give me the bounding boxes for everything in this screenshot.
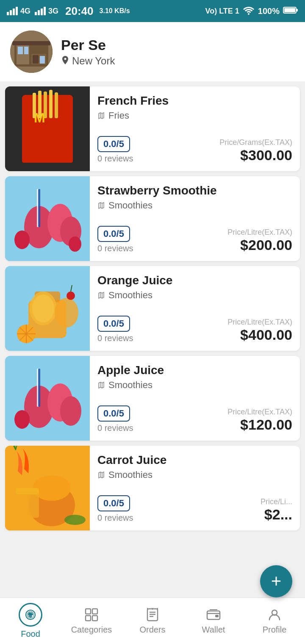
menu-item-name-4: Apple Juice [97, 364, 292, 377]
carrier-name: Vo) LTE 1 [205, 7, 239, 16]
category-text-2: Smoothies [108, 200, 152, 211]
restaurant-info: Per Se New York [61, 37, 115, 67]
menu-item-image-4 [5, 356, 90, 441]
status-right: Vo) LTE 1 100% [205, 6, 299, 17]
restaurant-city: New York [72, 55, 115, 67]
reviews-count-4: 0 reviews [97, 423, 133, 433]
rating-badge-3: 0.0/5 [97, 316, 130, 332]
svg-point-51 [60, 396, 81, 426]
menu-item-body-3: Orange Juice Smoothies 0.0/5 0 reviews P… [90, 266, 300, 351]
battery-icon [283, 6, 298, 17]
price-block-1: Price/Grams(Ex.TAX) $300.00 [219, 138, 292, 164]
wifi-icon [243, 6, 255, 17]
price-block-3: Price/Litre(Ex.TAX) $400.00 [227, 318, 292, 343]
price-block-5: Price/Li... $2... [261, 497, 292, 523]
svg-rect-10 [33, 55, 39, 64]
menu-item-footer-4: 0.0/5 0 reviews Price/Litre(Ex.TAX) $120… [97, 405, 292, 433]
signal-bars-3g [35, 7, 46, 15]
restaurant-location: New York [61, 55, 115, 67]
menu-item-category-2: Smoothies [97, 200, 292, 211]
bottom-navigation: Food Categories Orders Wa [0, 597, 305, 644]
rating-block-4: 0.0/5 0 reviews [97, 405, 133, 433]
data-speed: 3.10 KB/s [100, 7, 130, 15]
menu-item-image-1: M [5, 86, 90, 171]
nav-item-wallet[interactable]: Wallet [183, 598, 244, 644]
menu-item-2[interactable]: Strawberry Smoothie Smoothies 0.0/5 0 re… [5, 176, 300, 261]
nav-item-orders[interactable]: Orders [122, 598, 183, 644]
price-value-5: $2... [261, 506, 292, 523]
restaurant-name: Per Se [61, 37, 115, 53]
nav-item-food[interactable]: Food [0, 598, 61, 644]
price-value-1: $300.00 [219, 147, 292, 164]
menu-item-5[interactable]: Carrot Juice Smoothies 0.0/5 0 reviews P… [5, 446, 300, 530]
menu-list: M French Fries Fries 0.0/5 [0, 81, 305, 536]
menu-item-4[interactable]: Apple Juice Smoothies 0.0/5 0 reviews Pr… [5, 356, 300, 441]
svg-rect-1 [284, 8, 295, 12]
rating-badge-2: 0.0/5 [97, 226, 130, 242]
svg-point-54 [14, 410, 30, 429]
status-left: 4G 3G 20:40 3.10 KB/s [7, 5, 130, 18]
menu-item-footer-1: 0.0/5 0 reviews Price/Grams(Ex.TAX) $300… [97, 136, 292, 164]
menu-item-footer-5: 0.0/5 0 reviews Price/Li... $2... [97, 495, 292, 523]
rating-badge-1: 0.0/5 [97, 136, 130, 152]
svg-rect-16 [38, 91, 42, 118]
svg-rect-9 [24, 47, 28, 54]
status-bar: 4G 3G 20:40 3.10 KB/s Vo) LTE 1 100% [0, 0, 305, 22]
network-type-4g: 4G [20, 7, 30, 16]
time-display: 20:40 [65, 5, 94, 18]
svg-point-30 [69, 236, 81, 252]
menu-item-footer-3: 0.0/5 0 reviews Price/Litre(Ex.TAX) $400… [97, 316, 292, 343]
svg-rect-2 [296, 9, 298, 11]
reviews-count-2: 0 reviews [97, 244, 133, 253]
nav-item-categories[interactable]: Categories [61, 598, 122, 644]
menu-item-body-5: Carrot Juice Smoothies 0.0/5 0 reviews P… [90, 446, 300, 530]
menu-item-name-1: French Fries [97, 94, 292, 108]
svg-point-38 [55, 298, 78, 328]
plus-icon: + [271, 571, 282, 591]
svg-rect-28 [38, 189, 40, 227]
svg-rect-20 [22, 133, 73, 163]
menu-item-category-3: Smoothies [97, 290, 292, 301]
rating-block-3: 0.0/5 0 reviews [97, 316, 133, 343]
price-value-4: $120.00 [227, 416, 292, 433]
svg-rect-74 [86, 616, 91, 621]
rating-badge-5: 0.0/5 [97, 495, 130, 511]
svg-point-29 [14, 230, 30, 249]
network-type-3g: 3G [48, 7, 58, 16]
signal-bars-4g [7, 7, 18, 15]
svg-rect-84 [215, 615, 219, 617]
menu-item-category-4: Smoothies [97, 380, 292, 391]
orders-nav-label: Orders [139, 625, 165, 635]
rating-block-2: 0.0/5 0 reviews [97, 226, 133, 253]
category-text-3: Smoothies [108, 290, 152, 301]
category-text-1: Fries [108, 110, 129, 121]
menu-item-name-3: Orange Juice [97, 274, 292, 287]
menu-item-3[interactable]: Orange Juice Smoothies 0.0/5 0 reviews P… [5, 266, 300, 351]
price-block-4: Price/Litre(Ex.TAX) $120.00 [227, 408, 292, 433]
reviews-count-3: 0 reviews [97, 333, 133, 343]
battery-percent: 100% [258, 6, 280, 16]
svg-rect-73 [92, 609, 97, 614]
svg-rect-8 [18, 47, 23, 54]
svg-point-44 [67, 291, 75, 300]
svg-rect-15 [33, 93, 36, 118]
profile-nav-label: Profile [263, 625, 287, 635]
food-nav-label: Food [21, 629, 40, 639]
menu-item-body-4: Apple Juice Smoothies 0.0/5 0 reviews Pr… [90, 356, 300, 441]
nav-item-profile[interactable]: Profile [244, 598, 305, 644]
svg-rect-7 [12, 41, 50, 45]
svg-rect-75 [92, 616, 97, 621]
svg-rect-61 [16, 488, 39, 494]
menu-item-body-2: Strawberry Smoothie Smoothies 0.0/5 0 re… [90, 176, 300, 261]
price-unit-3: Price/Litre(Ex.TAX) [227, 318, 292, 327]
menu-item-1[interactable]: M French Fries Fries 0.0/5 [5, 86, 300, 171]
menu-item-body-1: French Fries Fries 0.0/5 0 reviews Price… [90, 86, 300, 171]
svg-point-65 [64, 515, 86, 525]
svg-rect-18 [49, 90, 53, 118]
price-value-3: $400.00 [227, 327, 292, 343]
restaurant-avatar [10, 31, 53, 73]
rating-badge-4: 0.0/5 [97, 405, 130, 422]
add-item-fab[interactable]: + [260, 565, 292, 597]
category-text-4: Smoothies [108, 380, 152, 391]
svg-rect-17 [44, 92, 47, 118]
